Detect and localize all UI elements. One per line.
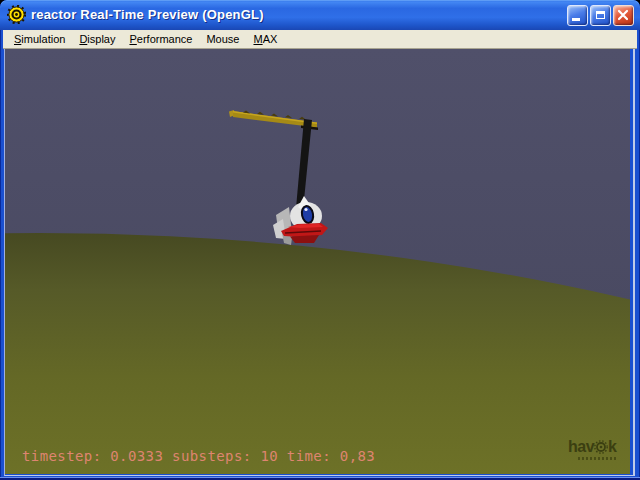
menu-item-mouse[interactable]: Mouse <box>199 30 246 48</box>
duck-head <box>273 196 328 245</box>
menubar: Simulation Display Performance Mouse MAX <box>3 30 637 49</box>
havok-logo-text-right: k <box>608 439 616 455</box>
havok-tagline <box>578 457 616 460</box>
viewport-frame: timestep: 0.0333 substeps: 10 time: 0,83… <box>4 49 635 476</box>
menu-item-simulation[interactable]: Simulation <box>7 30 72 48</box>
havok-logo: hav k <box>568 439 628 460</box>
close-button[interactable] <box>613 5 634 26</box>
havok-gear-icon <box>594 440 608 454</box>
simulation-status-text: timestep: 0.0333 substeps: 10 time: 0,83 <box>22 448 375 464</box>
opengl-viewport[interactable]: timestep: 0.0333 substeps: 10 time: 0,83… <box>5 49 630 474</box>
maximize-button[interactable] <box>590 5 611 26</box>
reactor-preview-window: reactor Real-Time Preview (OpenGL) Simul… <box>0 0 640 480</box>
titlebar[interactable]: reactor Real-Time Preview (OpenGL) <box>0 0 640 30</box>
menu-item-max[interactable]: MAX <box>246 30 284 48</box>
menu-item-performance[interactable]: Performance <box>122 30 199 48</box>
menu-item-display[interactable]: Display <box>72 30 122 48</box>
ground-plane <box>5 233 630 474</box>
maximize-icon <box>596 11 605 19</box>
minimize-icon <box>572 18 580 21</box>
close-icon <box>614 6 633 25</box>
minimize-button[interactable] <box>567 5 588 26</box>
scene-canvas <box>5 49 630 474</box>
window-controls <box>567 5 634 26</box>
reactor-gear-icon[interactable] <box>7 5 26 24</box>
havok-logo-text-left: hav <box>568 439 594 455</box>
window-title: reactor Real-Time Preview (OpenGL) <box>31 0 264 29</box>
